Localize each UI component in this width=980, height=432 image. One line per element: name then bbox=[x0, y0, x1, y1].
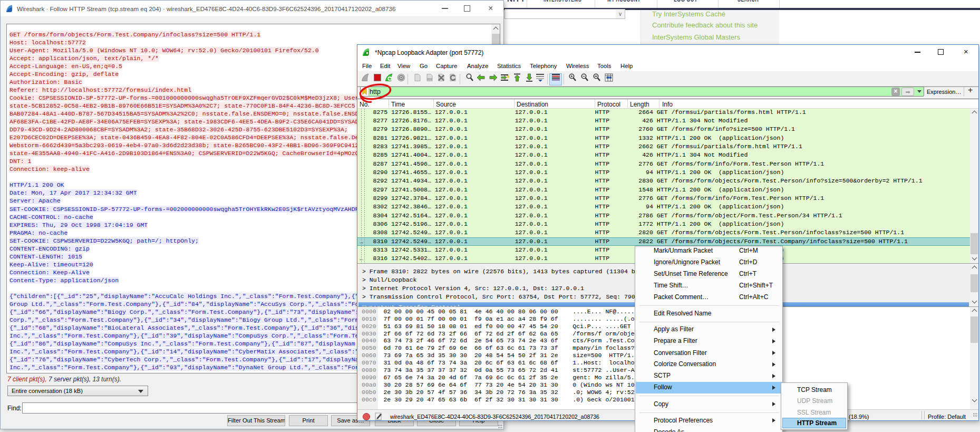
svg-text:010: 010 bbox=[428, 78, 432, 81]
